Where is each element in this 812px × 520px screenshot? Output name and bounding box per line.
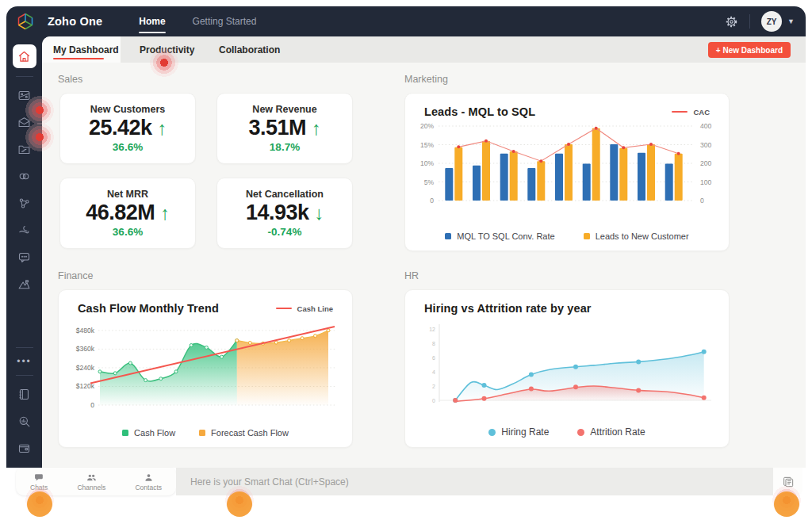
tab-collaboration[interactable]: Collaboration <box>200 36 299 63</box>
sidebar-item-mail[interactable] <box>13 110 36 134</box>
svg-text:20%: 20% <box>420 122 434 130</box>
down-arrow-icon: ↓ <box>315 202 324 224</box>
legend-label: Leads to New Customer <box>596 231 689 241</box>
svg-text:300: 300 <box>700 141 711 149</box>
kpi-title: Net Cancellation <box>246 189 324 200</box>
sidebar-item-connect[interactable] <box>13 164 36 188</box>
legend-line-icon <box>672 111 688 113</box>
green-square-icon <box>122 430 128 436</box>
hr-chart-card: Hiring vs Attrition rate by year 1286420… <box>404 289 730 448</box>
dock-item-contacts[interactable]: Contacts <box>135 468 162 495</box>
finance-chart: $480k$360k$240k$120k0 <box>59 316 352 425</box>
sidebar-item-zia-search[interactable] <box>13 409 36 433</box>
legend-label: Hiring Rate <box>501 426 549 438</box>
chats-icon <box>34 472 44 483</box>
card-head: Leads - MQL to SQL CAC <box>405 94 729 120</box>
svg-text:$480k: $480k <box>76 327 95 335</box>
mail-icon <box>17 116 31 129</box>
app-title: Zoho One <box>48 15 102 28</box>
svg-text:0: 0 <box>432 398 435 403</box>
legend-label: MQL TO SQL Conv. Rate <box>457 231 554 241</box>
network-share-icon <box>17 197 31 210</box>
legend-item: Attrition Rate <box>577 426 645 438</box>
legend-item: Forecast Cash Flow <box>199 428 289 438</box>
up-arrow-icon: ↑ <box>160 202 170 224</box>
blue-dot-icon <box>488 429 496 436</box>
nav-home[interactable]: Home <box>139 6 165 36</box>
kpi-card-new-revenue: New Revenue 3.51M↑ 18.7% <box>216 93 353 164</box>
sidebar-divider <box>16 347 33 348</box>
kpi-value: 25.42k↑ <box>89 117 167 139</box>
analytics-mountain-icon <box>17 277 31 291</box>
hr-legend: Hiring Rate Attrition Rate <box>405 423 729 447</box>
tab-productivity[interactable]: Productivity <box>121 36 200 63</box>
top-divider <box>749 14 750 29</box>
chat-bubble-icon <box>17 250 31 264</box>
legend-item: MQL TO SQL Conv. Rate <box>445 231 554 241</box>
notes-clipboard-icon <box>782 476 795 488</box>
svg-text:0: 0 <box>90 401 94 409</box>
nav-getting-started[interactable]: Getting Started <box>193 6 257 36</box>
dashboard-tab-bar: My Dashboard Productivity Collaboration … <box>42 36 806 63</box>
legend-item: Hiring Rate <box>488 426 549 438</box>
legend-label: Attrition Rate <box>590 426 645 438</box>
chart-title: Leads - MQL to SQL <box>424 105 535 118</box>
kpi-value: 14.93k↓ <box>246 201 324 224</box>
legend-label: Cash Flow <box>134 428 175 438</box>
search-chart-icon <box>17 415 31 428</box>
sidebar-item-books[interactable] <box>13 436 36 460</box>
svg-text:6: 6 <box>432 355 435 361</box>
sidebar-item-network[interactable] <box>13 191 36 215</box>
section-label-sales: Sales <box>58 74 82 85</box>
svg-text:0: 0 <box>430 197 434 205</box>
svg-text:0: 0 <box>700 197 704 205</box>
kpi-card-net-mrr: Net MRR 46.82M↑ 36.6% <box>59 178 196 249</box>
more-apps-button[interactable]: ••• <box>17 356 32 367</box>
kpi-value: 46.82M↑ <box>86 201 170 224</box>
main-content: My Dashboard Productivity Collaboration … <box>42 36 806 468</box>
svg-text:15%: 15% <box>420 141 434 149</box>
marketing-chart: 20%40015%30010%2005%10000 <box>405 120 729 228</box>
kpi-title: New Customers <box>90 104 165 115</box>
sidebar-item-notebook[interactable] <box>13 382 36 406</box>
dock-item-chats[interactable]: Chats <box>30 468 48 495</box>
dock-label: Contacts <box>135 484 162 491</box>
sidebar-item-support[interactable] <box>13 218 36 242</box>
sidebar-item-analytics[interactable] <box>13 272 36 296</box>
legend-item: Leads to New Customer <box>584 231 689 241</box>
notebook-icon <box>17 388 31 401</box>
svg-text:10%: 10% <box>420 159 434 167</box>
dock-label: Chats <box>30 484 48 491</box>
kpi-change: 18.7% <box>270 141 300 153</box>
settings-gear-icon[interactable] <box>725 15 738 29</box>
chart-title: Cash Flow Monthly Trend <box>78 302 219 315</box>
svg-text:2: 2 <box>432 384 435 389</box>
section-label-marketing: Marketing <box>404 74 448 85</box>
sidebar-item-projects[interactable] <box>13 137 36 161</box>
chevron-down-icon[interactable]: ▼ <box>787 17 795 25</box>
zoho-one-logo-icon <box>16 12 35 31</box>
new-dashboard-button[interactable]: + New Dashboard <box>708 42 791 58</box>
marketing-chart-card: Leads - MQL to SQL CAC 20%40015%30010%20… <box>404 93 730 251</box>
sidebar-item-crm[interactable] <box>13 83 36 107</box>
legend-label: Cash Line <box>297 304 333 313</box>
dock-label: Channels <box>77 484 105 491</box>
dashboard-canvas: Sales Marketing Finance HR New Customers… <box>42 63 806 468</box>
svg-text:400: 400 <box>700 122 711 130</box>
dock-item-channels[interactable]: Channels <box>77 468 105 495</box>
kpi-card-new-customers: New Customers 25.42k↑ 36.6% <box>59 93 196 164</box>
legend-label: Forecast Cash Flow <box>211 428 289 438</box>
sidebar-item-home[interactable] <box>13 44 36 68</box>
home-icon <box>17 50 31 63</box>
tab-my-dashboard[interactable]: My Dashboard <box>42 36 121 63</box>
legend-item: Cash Flow <box>122 428 175 438</box>
sidebar-divider <box>16 375 33 376</box>
smart-chat-input[interactable] <box>189 476 760 488</box>
user-avatar[interactable]: ZY <box>761 11 782 32</box>
section-label-hr: HR <box>404 270 419 281</box>
up-arrow-icon: ↑ <box>312 117 321 139</box>
sidebar-item-cliq[interactable] <box>13 245 36 269</box>
wallet-icon <box>17 442 31 455</box>
sidebar: ••• <box>6 36 42 468</box>
chat-history-button[interactable] <box>773 468 802 495</box>
